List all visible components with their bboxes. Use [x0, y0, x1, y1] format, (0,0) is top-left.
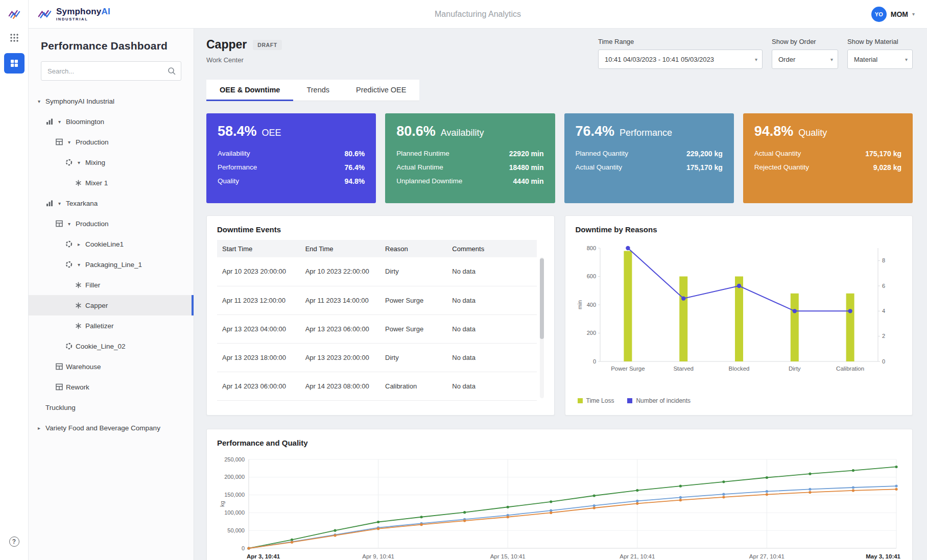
- chevron-down-icon[interactable]: ▾: [66, 139, 73, 145]
- downtime-events-panel: Downtime Events Start TimeEnd TimeReason…: [206, 215, 555, 416]
- tree-item-capper[interactable]: Capper: [29, 295, 194, 315]
- tree-item-packaging-line-1[interactable]: ▾Packaging_Line_1: [29, 254, 194, 275]
- table-scrollbar-thumb[interactable]: [540, 258, 544, 339]
- tab-predictive-oee[interactable]: Predictive OEE: [343, 80, 419, 101]
- middle-panels: Downtime Events Start TimeEnd TimeReason…: [206, 215, 913, 416]
- symphonyai-logo-icon: [38, 9, 52, 19]
- tab-oee-downtime[interactable]: OEE & Downtime: [206, 80, 293, 101]
- table-cell: No data: [447, 286, 536, 314]
- brand-subtitle: INDUSTRIAL: [56, 17, 110, 21]
- tree-item-production[interactable]: ▾Production: [29, 213, 194, 234]
- kpi-metric-row: Actual Runtime18480 min: [396, 160, 543, 174]
- kpi-metric-label: Actual Runtime: [396, 163, 443, 172]
- kpi-label: Performance: [620, 128, 672, 138]
- tree-item-cookie-line-02[interactable]: Cookie_Line_02: [29, 336, 194, 356]
- legend-item-time-loss[interactable]: Time Loss: [578, 397, 614, 404]
- chevron-right-icon[interactable]: ▸: [76, 241, 82, 247]
- workcenter-icon: [75, 323, 82, 329]
- svg-text:0: 0: [882, 358, 885, 364]
- dashboards-icon[interactable]: [4, 53, 25, 74]
- chevron-down-icon[interactable]: ▾: [76, 160, 82, 165]
- tree-item-filler[interactable]: Filler: [29, 275, 194, 295]
- user-menu-label: MOM: [891, 10, 908, 18]
- tree-item-texarkana[interactable]: ▾Texarkana: [29, 193, 194, 213]
- time-range-label: Time Range: [598, 38, 763, 45]
- downtime-by-reasons-chart: 020040060080002468minPower SurgeStarvedB…: [576, 240, 902, 393]
- tree-item-variety-food-and-beverage-company[interactable]: ▸Variety Food and Beverage Company: [29, 418, 194, 438]
- svg-text:4: 4: [882, 308, 885, 314]
- search-input[interactable]: [41, 61, 181, 81]
- svg-text:400: 400: [586, 302, 596, 308]
- page-title: Performance Dashboard: [29, 40, 194, 52]
- show-by-order-value: Order: [778, 56, 795, 63]
- show-by-order-select[interactable]: Order ▾: [772, 50, 838, 69]
- table-cell: Apr 13 2023 04:00:00: [217, 314, 300, 343]
- kpi-metric-label: Unplanned Downtime: [396, 177, 462, 185]
- chevron-down-icon[interactable]: ▾: [56, 119, 63, 125]
- svg-text:200,000: 200,000: [224, 474, 245, 480]
- svg-text:0: 0: [242, 545, 245, 551]
- kpi-metric-value: 76.4%: [345, 163, 365, 172]
- area-icon: [55, 383, 63, 391]
- table-row: Apr 13 2023 04:00:00Apr 13 2023 06:00:00…: [217, 314, 537, 343]
- svg-text:Apr 3, 10:41: Apr 3, 10:41: [247, 553, 280, 559]
- show-by-material-select[interactable]: Material ▾: [847, 50, 913, 69]
- kpi-row: 58.4%OEEAvailability80.6%Performance76.4…: [206, 113, 913, 203]
- tree-item-trucklung[interactable]: Trucklung: [29, 397, 194, 418]
- kpi-metric-value: 80.6%: [345, 150, 365, 158]
- chevron-down-icon[interactable]: ▾: [56, 201, 63, 206]
- table-row: Apr 11 2023 12:00:00Apr 11 2023 14:00:00…: [217, 286, 537, 314]
- table-cell: Dirty: [380, 343, 447, 372]
- table-cell: Apr 13 2023 18:00:00: [217, 343, 300, 372]
- kpi-metric-row: Actual Quantity175,170 kg: [576, 160, 723, 174]
- chevron-right-icon[interactable]: ▸: [36, 425, 42, 431]
- kpi-card-availability: 80.6%AvailabilityPlanned Runtime22920 mi…: [385, 113, 555, 203]
- chevron-down-icon[interactable]: ▾: [76, 262, 82, 267]
- tree-item-bloomington[interactable]: ▾Bloomington: [29, 111, 194, 132]
- apps-grid-icon[interactable]: [4, 28, 25, 48]
- tree-item-rework[interactable]: Rework: [29, 377, 194, 397]
- legend-item-number-of-incidents[interactable]: Number of incidents: [627, 397, 691, 404]
- avatar[interactable]: YO: [871, 7, 887, 22]
- tree-item-mixing[interactable]: ▾Mixing: [29, 152, 194, 173]
- svg-text:Apr 9, 10:41: Apr 9, 10:41: [362, 553, 394, 559]
- help-icon[interactable]: ?: [4, 531, 25, 552]
- table-cell: No data: [447, 314, 536, 343]
- app-root: ? SymphonyAI INDUSTRIAL Manufacturing An…: [0, 0, 927, 560]
- tab-trends[interactable]: Trends: [293, 80, 343, 101]
- tree-item-warehouse[interactable]: Warehouse: [29, 356, 194, 377]
- table-cell: Power Surge: [380, 314, 447, 343]
- tree-item-mixer-1[interactable]: Mixer 1: [29, 173, 194, 193]
- column-header-comments: Comments: [447, 240, 536, 257]
- chevron-down-icon: ▾: [905, 57, 908, 62]
- tree-item-symphonyai-industrial[interactable]: ▾SymphonyAI Industrial: [29, 91, 194, 111]
- svg-text:May 3, 10:41: May 3, 10:41: [866, 553, 900, 559]
- kpi-metric-row: Planned Quantity229,200 kg: [576, 147, 723, 160]
- chevron-down-icon[interactable]: ▾: [66, 221, 73, 227]
- chevron-down-icon: ▾: [830, 57, 833, 62]
- main-header: Capper DRAFT Work Center Time Range 10:4…: [206, 38, 913, 75]
- tree-item-label: Cookie_Line_02: [76, 343, 126, 350]
- kpi-metric-value: 22920 min: [509, 150, 544, 158]
- tree-item-palletizer[interactable]: Palletizer: [29, 315, 194, 336]
- time-range-select[interactable]: 10:41 04/03/2023 - 10:41 05/03/2023 ▾: [598, 50, 763, 69]
- svg-text:50,000: 50,000: [227, 527, 245, 533]
- kpi-metric-row: Actual Quantity175,170 kg: [754, 147, 901, 160]
- line-icon: [65, 343, 73, 350]
- tree-item-cookieline1[interactable]: ▸CookieLine1: [29, 234, 194, 254]
- table-row: Apr 14 2023 06:00:00Apr 14 2023 08:00:00…: [217, 372, 537, 400]
- time-range-value: 10:41 04/03/2023 - 10:41 05/03/2023: [605, 56, 714, 63]
- chevron-down-icon[interactable]: ▾: [36, 99, 42, 104]
- downtime-chart-legend: Time LossNumber of incidents: [576, 397, 902, 404]
- main-content: Capper DRAFT Work Center Time Range 10:4…: [194, 29, 927, 560]
- tree-item-production[interactable]: ▾Production: [29, 132, 194, 152]
- table-cell: Power Surge: [380, 286, 447, 314]
- workcenter-icon: [75, 180, 82, 186]
- svg-text:Blocked: Blocked: [728, 366, 749, 372]
- table-scrollbar-track[interactable]: [540, 257, 544, 398]
- user-menu[interactable]: YO MOM ▾: [871, 7, 915, 22]
- svg-text:2: 2: [882, 333, 885, 339]
- downtime-events-title: Downtime Events: [217, 225, 544, 234]
- kpi-metric-value: 18480 min: [509, 163, 544, 172]
- table-cell: Apr 14 2023 08:00:00: [300, 372, 380, 400]
